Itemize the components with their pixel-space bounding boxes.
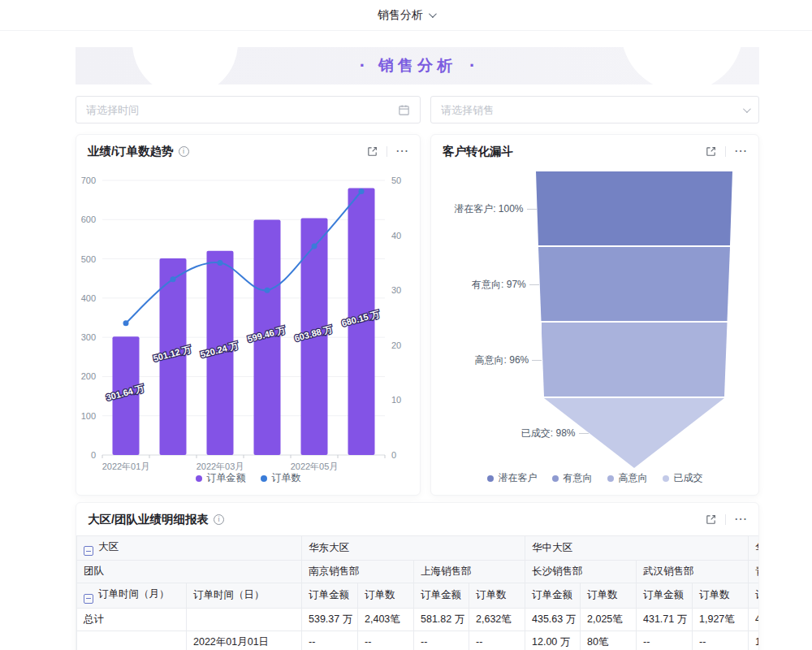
y-left-tick: 300 xyxy=(81,332,96,342)
legend-dot xyxy=(261,475,267,482)
value-cell: -- xyxy=(637,630,693,650)
legend-label: 有意向 xyxy=(564,471,593,485)
value-cell: 2,025笔 xyxy=(581,608,637,630)
legend-dot xyxy=(196,475,202,482)
measure-header: 订单数 xyxy=(358,583,414,608)
legend-item[interactable]: 订单数 xyxy=(261,471,301,485)
y-left-tick: 400 xyxy=(81,293,96,303)
region-cell: 华中大区 xyxy=(525,536,749,561)
value-cell: 435.63 万 xyxy=(525,608,581,630)
measure-header: 订单数 xyxy=(581,583,637,608)
x-axis-label: 2022年01月 xyxy=(102,462,150,471)
line-point[interactable] xyxy=(359,188,365,194)
y-left-tick: 100 xyxy=(81,411,96,421)
y-left-tick: 700 xyxy=(81,176,96,185)
funnel-stage[interactable] xyxy=(542,323,728,396)
divider xyxy=(387,146,387,157)
month-cell xyxy=(77,630,187,650)
funnel-legend: 潜在客户有意向高意向已成交 xyxy=(431,471,758,485)
funnel-chart[interactable]: 潜在客户: 100%有意向: 97%高意向: 96%已成交: 98% xyxy=(431,135,758,495)
export-icon[interactable] xyxy=(705,514,717,526)
y-right-tick: 30 xyxy=(391,285,401,295)
report-table-card: 大区/团队业绩明细报表 ⋯ 大区华东大区华中大区华北大区团队南京销售部上海销售部… xyxy=(76,502,759,650)
calendar-icon[interactable] xyxy=(398,104,410,116)
more-icon[interactable]: ⋯ xyxy=(734,513,747,526)
page-selector[interactable]: 销售分析 xyxy=(378,8,423,23)
value-cell: -- xyxy=(302,630,358,650)
funnel-label-line xyxy=(532,360,542,361)
legend-label: 高意向 xyxy=(619,471,648,485)
funnel-label-line xyxy=(579,433,589,434)
value-cell: -- xyxy=(414,630,469,650)
legend-item[interactable]: 订单金额 xyxy=(196,471,246,485)
funnel-card: 客户转化漏斗 ⋯ 潜在客户: 100%有意向: 97%高意向: 96%已成交: … xyxy=(430,134,759,496)
table-card-header: 大区/团队业绩明细报表 ⋯ xyxy=(76,503,758,535)
team-cell: 武汉销售部 xyxy=(637,561,749,583)
value-cell: -- xyxy=(469,630,525,650)
x-axis-label: 2022年03月 xyxy=(197,462,244,471)
measure-header: 订单金额 xyxy=(749,583,759,608)
line-point[interactable] xyxy=(312,244,317,249)
page-title: 销售分析 xyxy=(378,55,456,76)
y-right-tick: 20 xyxy=(391,340,401,350)
collapse-icon[interactable] xyxy=(84,546,93,556)
value-cell: 539.37 万 xyxy=(302,608,358,630)
funnel-stage[interactable] xyxy=(536,171,732,245)
value-cell: -- xyxy=(693,630,749,650)
banner-dot-left: · xyxy=(360,55,365,76)
banner: · 销售分析 · xyxy=(76,47,759,84)
day-cell: 2022年01月01日 xyxy=(187,630,302,650)
trend-card-title: 业绩/订单数趋势 xyxy=(88,144,174,159)
chevron-down-icon[interactable] xyxy=(743,105,751,113)
legend-label: 已成交 xyxy=(674,471,703,485)
legend-item[interactable]: 有意向 xyxy=(552,471,593,485)
measure-header: 订单金额 xyxy=(302,583,358,608)
funnel-stage-label: 有意向: 97% xyxy=(472,278,526,292)
line-point[interactable] xyxy=(171,276,176,282)
funnel-label-line xyxy=(529,284,539,285)
day-header: 订单时间（日） xyxy=(187,583,302,608)
region-cell: 华北大区 xyxy=(749,536,759,561)
info-icon[interactable] xyxy=(214,514,224,525)
y-left-tick: 200 xyxy=(81,371,96,381)
y-right-tick: 0 xyxy=(391,450,396,460)
report-table-wrap[interactable]: 大区华东大区华中大区华北大区团队南京销售部上海销售部长沙销售部武汉销售部青岛销售… xyxy=(76,535,758,650)
info-icon[interactable] xyxy=(179,146,189,157)
sales-filter[interactable] xyxy=(430,96,759,124)
value-cell: 11.07 xyxy=(749,630,759,650)
table-row: 订单时间（月）订单时间（日）订单金额订单数订单金额订单数订单金额订单数订单金额订… xyxy=(77,583,759,608)
dashboard-content: · 销售分析 · 业绩/订单数趋势 xyxy=(76,31,759,650)
team-header: 团队 xyxy=(77,561,302,583)
time-filter[interactable] xyxy=(76,96,421,124)
month-header: 订单时间（月） xyxy=(77,583,187,608)
banner-decoration xyxy=(621,47,743,84)
trend-chart[interactable]: 0100200300400500600700010203040502022年01… xyxy=(76,169,421,471)
more-icon[interactable]: ⋯ xyxy=(395,145,408,158)
value-cell: 486.0 xyxy=(749,608,759,630)
legend-item[interactable]: 高意向 xyxy=(607,471,648,485)
line-point[interactable] xyxy=(265,288,270,293)
funnel-stage-label: 潜在客户: 100% xyxy=(454,202,523,216)
measure-header: 订单数 xyxy=(469,583,525,608)
legend-label: 订单数 xyxy=(272,471,301,485)
legend-label: 订单金额 xyxy=(207,471,246,485)
value-cell: -- xyxy=(358,630,414,650)
team-cell: 南京销售部 xyxy=(302,561,414,583)
chevron-down-icon[interactable] xyxy=(429,10,437,18)
export-icon[interactable] xyxy=(366,145,378,158)
collapse-icon[interactable] xyxy=(84,594,93,604)
table-row: 大区华东大区华中大区华北大区 xyxy=(77,536,759,561)
time-filter-input[interactable] xyxy=(86,104,398,116)
line-point[interactable] xyxy=(218,260,223,266)
table-row: 团队南京销售部上海销售部长沙销售部武汉销售部青岛销售部 xyxy=(77,561,759,583)
sales-filter-input[interactable] xyxy=(441,104,743,116)
measure-header: 订单金额 xyxy=(525,583,581,608)
legend-item[interactable]: 已成交 xyxy=(663,471,703,485)
funnel-stage[interactable] xyxy=(538,247,730,321)
legend-item[interactable]: 潜在客户 xyxy=(487,471,538,485)
topbar: 销售分析 xyxy=(0,0,812,31)
line-point[interactable] xyxy=(123,320,129,326)
table-card-title: 大区/团队业绩明细报表 xyxy=(88,512,209,527)
y-right-tick: 40 xyxy=(391,231,401,240)
divider xyxy=(725,514,726,525)
